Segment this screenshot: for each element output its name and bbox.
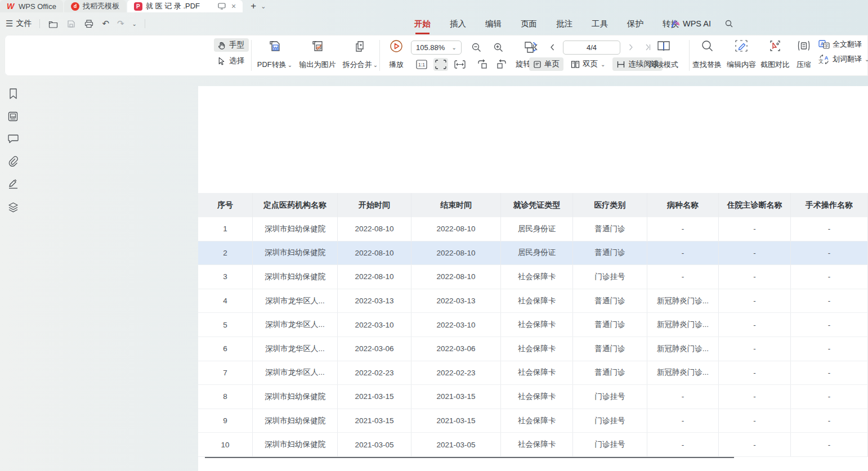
table-row[interactable]: 1深圳市妇幼保健院2022-08-102022-08-10居民身份证普通门诊--… (198, 217, 868, 241)
table-row[interactable]: 10深圳市妇幼保健院2021-03-052021-03-05社会保障卡门诊挂号-… (198, 433, 868, 457)
full-text-translate-label: 全文翻译 (833, 39, 862, 50)
svg-text:字: 字 (824, 43, 829, 48)
single-page-button[interactable]: 单页 (529, 57, 563, 71)
export-as-image-button[interactable]: 输出为图片 (299, 38, 335, 72)
zoom-in-button[interactable] (491, 41, 505, 55)
next-page-button[interactable] (626, 42, 636, 53)
tab-wps-home[interactable]: W WPS Office (0, 0, 63, 12)
table-cell: 普通门诊 (573, 217, 647, 241)
table-cell: - (719, 313, 791, 337)
split-merge-button[interactable]: 拆分合并⌄ (342, 38, 378, 72)
save-icon[interactable] (66, 19, 76, 29)
wps-ai-button[interactable]: WPS AI (671, 19, 711, 28)
table-cell: - (647, 433, 719, 456)
wps-ai-label: WPS AI (683, 19, 711, 28)
pdf-convert-button[interactable]: W PDF转换⌄ (257, 38, 293, 72)
table-cell: - (791, 241, 868, 265)
table-cell: 普通门诊 (573, 361, 647, 385)
find-replace-button[interactable]: 查找替换 (691, 38, 723, 72)
table-cell: - (791, 217, 868, 241)
zoom-level-select[interactable]: 105.88% ⌄ (411, 41, 462, 55)
table-row[interactable]: 4深圳市龙华区人...2022-03-132022-03-13社会保障卡普通门诊… (198, 289, 868, 313)
divider (251, 40, 252, 71)
comment-icon[interactable] (8, 134, 19, 143)
table-cell: 深圳市妇幼保健院 (253, 385, 338, 409)
file-menu-button[interactable]: ☰ 文件 (6, 19, 32, 29)
menu-search-icon[interactable] (724, 19, 733, 28)
first-page-button[interactable] (530, 42, 542, 53)
double-page-button[interactable]: 双页 ⌄ (567, 57, 609, 71)
menu-tab-编辑[interactable]: 编辑 (485, 19, 502, 29)
table-cell: 门诊挂号 (573, 385, 647, 409)
svg-text:文: 文 (818, 59, 824, 64)
actual-size-button[interactable]: 1:1 (414, 58, 429, 71)
table-cell: 社会保障卡 (501, 313, 573, 337)
rotate-right-button[interactable] (494, 57, 509, 71)
menu-tab-批注[interactable]: 批注 (556, 19, 572, 29)
attachment-icon[interactable] (8, 156, 19, 167)
table-row[interactable]: 7深圳市龙华区人...2022-02-232022-02-23社会保障卡普通门诊… (198, 361, 868, 385)
column-header: 病种名称 (647, 193, 719, 217)
table-row[interactable]: 6深圳市龙华区人...2022-03-062022-03-06社会保障卡普通门诊… (198, 337, 868, 361)
table-row[interactable]: 3深圳市妇幼保健院2022-08-102022-08-10社会保障卡门诊挂号--… (198, 265, 868, 289)
zoom-out-button[interactable] (469, 41, 484, 55)
page-number-input[interactable]: 4/4 (563, 41, 620, 55)
fit-page-button[interactable] (433, 58, 448, 71)
bookmark-icon[interactable] (8, 88, 18, 99)
menu-tab-页面[interactable]: 页面 (521, 19, 537, 29)
table-cell: 2022-03-13 (411, 289, 501, 313)
tab-document-pdf[interactable]: P 就 医 记 录 .PDF × (127, 0, 243, 12)
table-cell: 普通门诊 (573, 241, 647, 265)
table-row[interactable]: 5深圳市龙华区人...2022-03-102022-03-10社会保障卡普通门诊… (198, 313, 868, 337)
chevron-down-icon: ⌄ (288, 62, 292, 68)
print-icon[interactable] (84, 19, 94, 29)
thumbnail-icon[interactable] (8, 111, 18, 122)
hamburger-icon: ☰ (6, 19, 13, 29)
pdf-page[interactable]: 序号定点医药机构名称开始时间结束时间就诊凭证类型医疗类别病种名称住院主诊断名称手… (198, 86, 868, 471)
open-file-icon[interactable] (48, 19, 58, 29)
table-cell: 深圳市妇幼保健院 (253, 241, 338, 265)
read-mode-button[interactable]: 阅读模式 (646, 38, 681, 72)
edit-content-button[interactable]: 编辑内容 (726, 38, 757, 72)
menu-tab-插入[interactable]: 插入 (450, 19, 466, 29)
divider (39, 19, 40, 28)
menu-tab-开始[interactable]: 开始 (414, 19, 431, 29)
screenshot-compare-button[interactable]: 截图对比 (759, 38, 791, 72)
tab-docer-templates[interactable]: d 找稻壳模板 (64, 0, 126, 12)
divider (689, 40, 690, 71)
table-body: 1深圳市妇幼保健院2022-08-102022-08-10居民身份证普通门诊--… (198, 217, 868, 457)
table-cell: - (791, 361, 868, 385)
table-cell: 社会保障卡 (501, 433, 573, 456)
cursor-icon (217, 57, 226, 65)
redo-icon[interactable]: ↷ (117, 19, 124, 29)
fit-width-button[interactable] (453, 58, 467, 71)
split-merge-label: 拆分合并 (343, 60, 372, 70)
docer-icon: d (71, 2, 79, 11)
compress-button[interactable]: 压缩 (792, 38, 816, 72)
compress-label: 压缩 (797, 60, 811, 70)
table-cell: - (791, 337, 868, 361)
table-row[interactable]: 8深圳市妇幼保健院2021-03-152021-03-15社会保障卡门诊挂号--… (198, 385, 868, 409)
new-tab-button[interactable]: + (250, 1, 256, 12)
table-row[interactable]: 9深圳市妇幼保健院2021-03-152021-03-15社会保障卡门诊挂号--… (198, 409, 868, 433)
play-button[interactable]: 播放 (385, 38, 408, 72)
table-row[interactable]: 2深圳市妇幼保健院2022-08-102022-08-10居民身份证普通门诊--… (198, 241, 868, 266)
quick-access-chevron-icon[interactable]: ⌄ (132, 21, 137, 27)
play-icon (390, 39, 403, 53)
hand-tool-button[interactable]: 手型 (214, 38, 249, 52)
layers-icon[interactable] (8, 202, 19, 213)
rotate-left-button[interactable] (475, 57, 490, 71)
close-tab-icon[interactable]: × (231, 2, 236, 11)
chevron-down-icon: ⌄ (452, 44, 457, 51)
menu-tab-保护[interactable]: 保护 (627, 19, 643, 29)
present-on-screen-icon[interactable] (218, 3, 226, 10)
word-translate-button[interactable]: 文 A 划词翻译 ⌄ (818, 54, 868, 64)
menu-row: ☰ 文件 ↶ ↷ ⌄ 开始插入编辑页面批注工具保护转换 (0, 12, 868, 35)
select-tool-button[interactable]: 选择 (214, 54, 249, 68)
full-text-translate-button[interactable]: A 字 全文翻译 (818, 39, 868, 50)
undo-icon[interactable]: ↶ (102, 19, 109, 29)
tab-list-chevron-icon[interactable]: ⌄ (261, 3, 266, 10)
signature-icon[interactable] (8, 179, 19, 190)
menu-tab-工具[interactable]: 工具 (592, 19, 608, 29)
previous-page-button[interactable] (547, 42, 557, 53)
